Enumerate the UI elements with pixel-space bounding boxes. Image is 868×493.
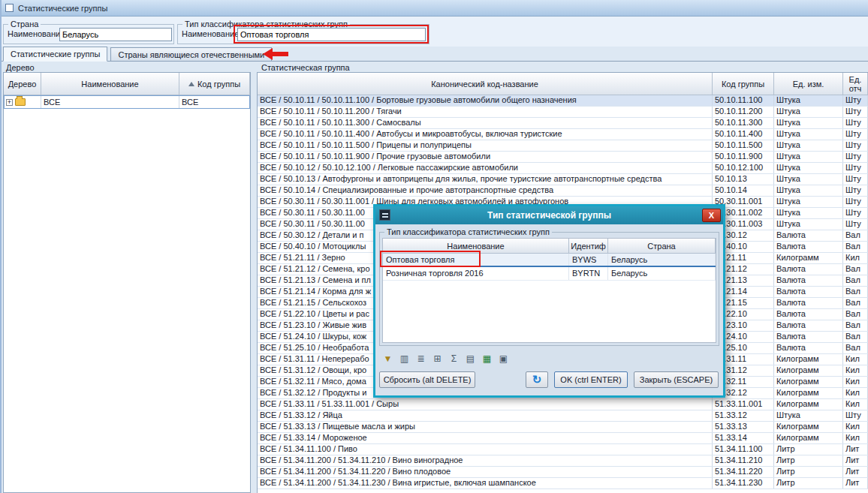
col-header-unit[interactable]: Ед. изм. bbox=[774, 73, 843, 95]
table-row[interactable]: ВСЕ / 50.10.11 / 50.10.11.300 / Самосвал… bbox=[258, 118, 868, 129]
tab-domestic-countries[interactable]: Страны являющиеся отечественными bbox=[110, 47, 272, 62]
cell-unit: Штука bbox=[774, 95, 843, 106]
col-header-canonical-code-name[interactable]: Канонический код-название bbox=[258, 73, 713, 95]
table-row[interactable]: ВСЕ / 51.33.13 / Пищевые масла и жиры51.… bbox=[258, 422, 868, 433]
cell-report-unit: Вал bbox=[843, 275, 868, 286]
tree-col-header-name[interactable]: Наименование bbox=[41, 73, 179, 95]
table-row[interactable]: ВСЕ / 51.33.11 / 51.33.11.001 / Сыры51.3… bbox=[258, 399, 868, 410]
dialog-col-header-country[interactable]: Страна bbox=[608, 239, 716, 254]
sort-asc-icon bbox=[188, 82, 194, 86]
cell-group-code: 51.34.11.220 bbox=[713, 467, 774, 477]
numbered-list-icon[interactable]: ≣ bbox=[414, 352, 428, 365]
table-row[interactable]: ВСЕ / 50.10.11 / 50.10.11.100 / Бортовые… bbox=[258, 95, 868, 107]
cell-canonical-name: ВСЕ / 50.10.11 / 50.10.11.300 / Самосвал… bbox=[258, 118, 713, 128]
cell-group-code: 51.33.12 bbox=[713, 410, 774, 421]
cell-unit: Штука bbox=[774, 118, 843, 128]
table-row[interactable]: ВСЕ / 51.33.12 / Яйца51.33.12ШтукаШту bbox=[258, 410, 868, 422]
dialog-col-header-id[interactable]: Идентиф bbox=[569, 239, 608, 254]
dialog-close-button[interactable]: X bbox=[702, 209, 721, 222]
table-row[interactable]: ВСЕ / 50.10.11 / 50.10.11.900 / Прочие г… bbox=[258, 152, 868, 163]
filter-icon[interactable]: ▼ bbox=[381, 352, 395, 365]
cell-report-unit: Вал bbox=[843, 242, 868, 252]
classifier-input[interactable] bbox=[237, 28, 426, 41]
cell-canonical-name: ВСЕ / 51.33.13 / Пищевые масла и жиры bbox=[258, 422, 713, 432]
cell-unit: Штука bbox=[774, 410, 843, 421]
excel-icon[interactable]: ▦ bbox=[480, 352, 494, 365]
classifier-name-label: Наименование bbox=[182, 29, 239, 38]
cell-report-unit: Кил bbox=[843, 388, 868, 398]
cell-group-code: 50.10.11.400 bbox=[713, 129, 774, 140]
tree-col-header-tree[interactable]: Дерево bbox=[4, 73, 41, 95]
tree-panel-legend: Дерево bbox=[6, 63, 35, 72]
cell-canonical-name: ВСЕ / 50.10.13 / Автофургоны и автоприце… bbox=[258, 174, 713, 185]
cell-group-code: 51.34.11.210 bbox=[713, 455, 774, 466]
table-row[interactable]: ВСЕ / 51.34.11.100 / Пиво51.34.11.100Лит… bbox=[258, 444, 868, 455]
cell-report-unit: Вал bbox=[843, 230, 868, 241]
table-row[interactable]: ВСЕ / 50.10.11 / 50.10.11.200 / Тягачи50… bbox=[258, 107, 868, 118]
tab-statistical-groups[interactable]: Статистические группы bbox=[3, 47, 107, 62]
cell-canonical-name: ВСЕ / 50.10.11 / 50.10.11.400 / Автобусы… bbox=[258, 129, 713, 140]
cell-unit: Штука bbox=[774, 197, 843, 207]
dialog-table-row[interactable]: Оптовая торговляBYWSБеларусь bbox=[383, 254, 716, 267]
table-row[interactable]: ВСЕ / 50.10.12 / 50.10.12.100 / Легковые… bbox=[258, 163, 868, 174]
cell-unit: Валюта bbox=[774, 298, 843, 308]
cell-unit: Штука bbox=[774, 208, 843, 218]
title-bar: Статистические группы bbox=[0, 0, 868, 17]
close-button[interactable]: Закрыть (ESCAPE) bbox=[634, 371, 719, 388]
refresh-button[interactable]: ↻ bbox=[526, 371, 548, 388]
table-row[interactable]: ВСЕ / 51.34.11.200 / 51.34.11.230 / Вина… bbox=[258, 478, 868, 489]
tree-row[interactable]: + ВСЕ ВСЕ bbox=[4, 95, 250, 109]
cell-report-unit: Вал bbox=[843, 309, 868, 320]
table-row[interactable]: ВСЕ / 50.10.13 / Автофургоны и автоприце… bbox=[258, 174, 868, 185]
print-icon[interactable]: ▤ bbox=[463, 352, 478, 365]
cell-canonical-name: ВСЕ / 51.34.11.200 / 51.34.11.230 / Вина… bbox=[258, 478, 713, 488]
cell-report-unit: Шту bbox=[843, 185, 868, 196]
ok-button[interactable]: OK (ctrl ENTER) bbox=[554, 371, 628, 388]
cell-report-unit: Шту bbox=[843, 163, 868, 173]
dialog-table-row[interactable]: Розничная торговля 2016BYRTNБеларусь bbox=[383, 267, 716, 281]
cell-canonical-name: ВСЕ / 51.33.12 / Яйца bbox=[258, 410, 713, 421]
cell-unit: Килограмм bbox=[774, 354, 843, 365]
window-title: Статистические группы bbox=[18, 4, 107, 13]
cell-group-code: 50.10.11.900 bbox=[713, 152, 774, 162]
table-row[interactable]: ВСЕ / 51.33.14 / Мороженое51.33.14Килогр… bbox=[258, 433, 868, 444]
cell-unit: Литр bbox=[774, 455, 843, 466]
cell-report-unit: Вал bbox=[843, 320, 868, 331]
cell-unit: Валюта bbox=[774, 275, 843, 286]
cell-report-unit: Кил bbox=[843, 253, 868, 263]
tree-col-header-code[interactable]: Код группы bbox=[179, 73, 250, 95]
table-row[interactable]: ВСЕ / 50.10.11 / 50.10.11.500 / Прицепы … bbox=[258, 140, 868, 152]
cell-report-unit: Кил bbox=[843, 433, 868, 443]
expand-icon[interactable]: + bbox=[6, 99, 13, 106]
export-icon[interactable]: ⊞ bbox=[430, 352, 445, 365]
col-header-group-code[interactable]: Код группы bbox=[713, 73, 774, 95]
cell-canonical-name: ВСЕ / 51.34.11.100 / Пиво bbox=[258, 444, 713, 455]
sum-icon[interactable]: Σ bbox=[447, 352, 461, 365]
cell-canonical-name: ВСЕ / 51.34.11.200 / 51.34.11.220 / Вино… bbox=[258, 467, 713, 477]
reset-button[interactable]: Сбросить (alt DELETE) bbox=[379, 371, 475, 388]
table-row[interactable]: ВСЕ / 50.10.14 / Специализированные и пр… bbox=[258, 185, 868, 197]
layout-icon[interactable]: ▣ bbox=[496, 352, 511, 365]
cell-group-code: 50.10.14 bbox=[713, 185, 774, 196]
cell-report-unit: Шту bbox=[843, 208, 868, 218]
table-row[interactable]: ВСЕ / 50.10.11 / 50.10.11.400 / Автобусы… bbox=[258, 129, 868, 140]
cell-report-unit: Лит bbox=[843, 478, 868, 488]
country-groupbox: Страна Наименование bbox=[3, 24, 174, 44]
dialog-table-header: Наименование Идентиф Страна bbox=[383, 239, 716, 254]
dialog-col-header-name[interactable]: Наименование bbox=[383, 239, 569, 254]
col-header-report-unit[interactable]: Ед. отч bbox=[843, 73, 868, 95]
cell-report-unit: Шту bbox=[843, 219, 868, 230]
cell-unit: Валюта bbox=[774, 287, 843, 297]
columns-icon[interactable]: ▥ bbox=[397, 352, 411, 365]
cell-unit: Валюта bbox=[774, 343, 843, 353]
cell-group-code: 51.33.14 bbox=[713, 433, 774, 443]
cell-unit: Валюта bbox=[774, 320, 843, 331]
cell-canonical-name: ВСЕ / 51.33.11 / 51.33.11.001 / Сыры bbox=[258, 399, 713, 410]
refresh-icon: ↻ bbox=[532, 373, 542, 386]
cell-unit: Валюта bbox=[774, 230, 843, 241]
table-row[interactable]: ВСЕ / 51.34.11.200 / 51.34.11.210 / Вино… bbox=[258, 455, 868, 467]
country-input[interactable] bbox=[59, 28, 172, 41]
table-row[interactable]: ВСЕ / 51.34.11.200 / 51.34.11.220 / Вино… bbox=[258, 467, 868, 478]
window-icon bbox=[5, 4, 14, 12]
cell-unit: Штука bbox=[774, 185, 843, 196]
